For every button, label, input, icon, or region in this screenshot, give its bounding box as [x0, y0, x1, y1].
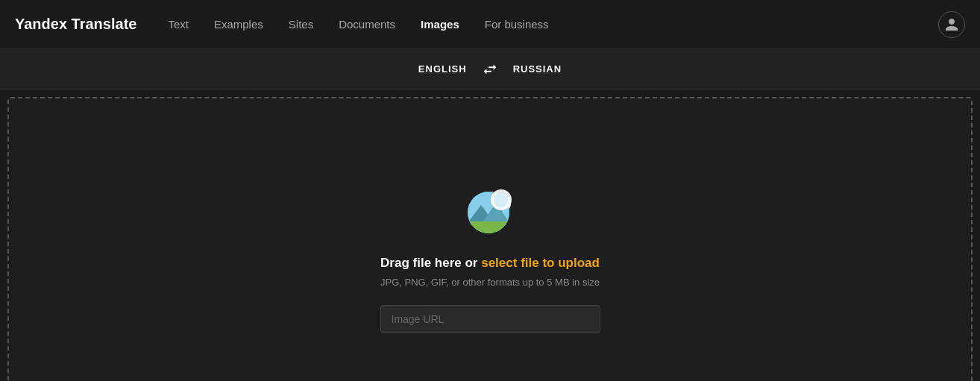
svg-rect-6: [468, 221, 509, 233]
drop-subtitle: JPG, PNG, GIF, or other formats up to 5 …: [380, 275, 600, 290]
target-language[interactable]: RUSSIAN: [513, 63, 562, 75]
logo: Yandex Translate: [15, 16, 136, 33]
drop-text: Drag file here or select file to upload: [380, 256, 600, 271]
nav-item-for-business[interactable]: For business: [476, 12, 558, 37]
image-url-input[interactable]: [380, 305, 600, 333]
nav-item-sites[interactable]: Sites: [280, 12, 322, 37]
swap-languages-icon[interactable]: [482, 61, 498, 78]
drop-text-link[interactable]: select file to upload: [481, 256, 600, 270]
svg-point-8: [494, 192, 509, 207]
nav-item-images[interactable]: Images: [412, 12, 468, 37]
nav-item-examples[interactable]: Examples: [205, 12, 272, 37]
header-right: [938, 11, 965, 38]
nav: Text Examples Sites Documents Images For…: [159, 12, 938, 37]
nav-item-text[interactable]: Text: [159, 12, 198, 37]
user-icon[interactable]: [938, 11, 965, 38]
source-language[interactable]: ENGLISH: [418, 63, 467, 75]
nav-item-documents[interactable]: Documents: [330, 12, 404, 37]
lang-bar: ENGLISH RUSSIAN: [0, 49, 980, 89]
drop-text-static: Drag file here or: [380, 256, 481, 270]
main-content: Drag file here or select file to upload …: [0, 89, 980, 381]
upload-image-icon: [460, 181, 520, 241]
drop-zone[interactable]: Drag file here or select file to upload …: [7, 97, 973, 381]
header: Yandex Translate Text Examples Sites Doc…: [0, 0, 980, 49]
